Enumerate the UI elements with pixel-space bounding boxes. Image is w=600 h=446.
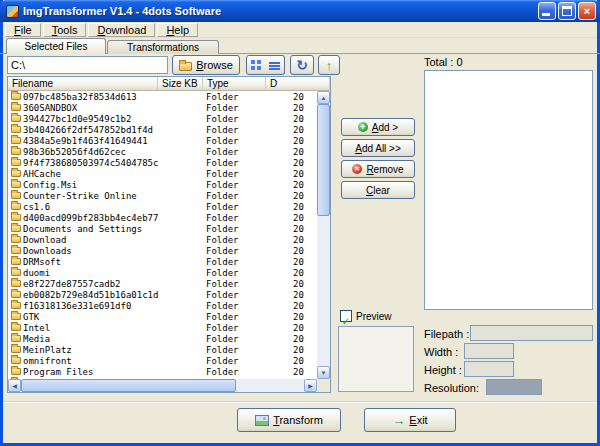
file-row[interactable]: eb0082b729e84d51b16a01c1dFolder20	[8, 289, 317, 300]
vertical-scrollbar[interactable]: ▲ ▼	[317, 91, 330, 379]
file-row[interactable]: Program FilesFolder20	[8, 366, 317, 377]
file-row[interactable]: 3b404266f2df547852bd1f4dFolder20	[8, 124, 317, 135]
file-row[interactable]: GTKFolder20	[8, 311, 317, 322]
file-row[interactable]: Config.MsiFolder20	[8, 179, 317, 190]
file-row[interactable]: Documents and SettingsFolder20	[8, 223, 317, 234]
folder-icon	[11, 302, 21, 309]
file-date: 20	[266, 191, 317, 201]
remove-button[interactable]: × Remove	[341, 160, 415, 178]
folder-icon	[11, 203, 21, 210]
column-date[interactable]: D	[266, 77, 330, 91]
file-type: Folder	[203, 202, 266, 212]
file-name: Config.Msi	[23, 180, 158, 190]
file-type: Folder	[203, 246, 266, 256]
browse-button[interactable]: Browse	[172, 55, 240, 75]
selected-files-listbox[interactable]	[424, 70, 593, 310]
column-filename[interactable]: Filename	[8, 77, 158, 91]
filepath-label: Filepath :	[424, 328, 469, 340]
scroll-right-button[interactable]: ▶	[304, 379, 317, 392]
file-type: Folder	[203, 323, 266, 333]
folder-icon	[11, 335, 21, 342]
refresh-button[interactable]: ↻	[290, 55, 314, 75]
file-date: 20	[266, 279, 317, 289]
file-name: 98b36b52056f4d62cec	[23, 147, 158, 157]
file-date: 20	[266, 323, 317, 333]
file-date: 20	[266, 202, 317, 212]
file-row[interactable]: f16318136e331e691df0Folder20	[8, 300, 317, 311]
folder-icon	[11, 236, 21, 243]
file-type: Folder	[203, 367, 266, 377]
tab-transformations[interactable]: Transformations	[107, 40, 219, 54]
column-size[interactable]: Size KB	[158, 77, 203, 91]
vertical-scrollbar-thumb[interactable]	[317, 104, 330, 216]
scroll-left-icon: ◀	[12, 382, 17, 389]
column-type[interactable]: Type	[203, 77, 266, 91]
preview-checkbox[interactable]: ✓	[340, 310, 352, 322]
file-date: 20	[266, 268, 317, 278]
file-row[interactable]: 4384a5e9b1f463f41649441Folder20	[8, 135, 317, 146]
file-date: 20	[266, 213, 317, 223]
file-type: Folder	[203, 180, 266, 190]
menu-help[interactable]: Help	[157, 23, 198, 37]
icon-cell	[8, 267, 23, 278]
path-input[interactable]	[7, 56, 168, 74]
horizontal-scrollbar[interactable]: ◀ ▶	[8, 379, 317, 392]
file-row[interactable]: DownloadsFolder20	[8, 245, 317, 256]
file-row[interactable]: 360SANDBOXFolder20	[8, 102, 317, 113]
menu-file[interactable]: File	[5, 23, 41, 37]
folder-icon	[11, 115, 21, 122]
file-name: GTK	[23, 312, 158, 322]
file-row[interactable]: Counter-Strike OnlineFolder20	[8, 190, 317, 201]
file-row[interactable]: AHCacheFolder20	[8, 168, 317, 179]
add-button[interactable]: + Add >	[341, 118, 415, 136]
thumbnail-view-button[interactable]	[246, 55, 266, 75]
file-name: omnifront	[23, 356, 158, 366]
file-row[interactable]: IntelFolder20	[8, 322, 317, 333]
file-row[interactable]: omnifrontFolder20	[8, 355, 317, 366]
file-type: Folder	[203, 268, 266, 278]
icon-cell	[8, 135, 23, 146]
scrollbar-track[interactable]	[236, 379, 304, 392]
file-row[interactable]: cs1.6Folder20	[8, 201, 317, 212]
tab-selected-files[interactable]: Selected Files	[6, 38, 106, 54]
file-date: 20	[266, 246, 317, 256]
minimize-icon	[542, 13, 550, 16]
close-button[interactable]: ×	[578, 2, 596, 20]
scroll-up-button[interactable]: ▲	[317, 91, 330, 104]
up-directory-button[interactable]: ↑	[318, 55, 340, 75]
file-row[interactable]: MeinPlatzFolder20	[8, 344, 317, 355]
file-row[interactable]: 98b36b52056f4d62cecFolder20	[8, 146, 317, 157]
icon-cell	[8, 366, 23, 377]
file-row[interactable]: d400acd099bf283bb4ec4eb77662Folder20	[8, 212, 317, 223]
file-row[interactable]: duomiFolder20	[8, 267, 317, 278]
clear-button[interactable]: Clear	[341, 181, 415, 199]
file-row[interactable]: DRMsoftFolder20	[8, 256, 317, 267]
minimize-button[interactable]	[538, 2, 556, 20]
file-row[interactable]: e8f227de87557cadb2Folder20	[8, 278, 317, 289]
scroll-left-button[interactable]: ◀	[8, 379, 21, 392]
file-row[interactable]: 9f4f738680503974c5404785cd1d694f2bFolder…	[8, 157, 317, 168]
file-row[interactable]: MediaFolder20	[8, 333, 317, 344]
exit-button[interactable]: → Exit	[364, 408, 456, 432]
scrollbar-track[interactable]	[317, 216, 330, 366]
file-name: AHCache	[23, 169, 158, 179]
menu-download[interactable]: Download	[88, 23, 155, 37]
horizontal-scrollbar-thumb[interactable]	[21, 379, 236, 392]
menu-tools[interactable]: Tools	[43, 23, 87, 37]
file-row[interactable]: 097bc485ba32f8534d613Folder20	[8, 91, 317, 102]
file-date: 20	[266, 290, 317, 300]
transform-button[interactable]: Transform	[237, 408, 341, 432]
list-view-button[interactable]	[265, 55, 285, 75]
icon-cell	[8, 201, 23, 212]
file-row[interactable]: DownloadFolder20	[8, 234, 317, 245]
app-window: ImgTransformer V1.4 - 4dots Software × F…	[0, 0, 600, 446]
file-type: Folder	[203, 136, 266, 146]
file-type: Folder	[203, 213, 266, 223]
folder-icon	[11, 192, 21, 199]
file-type: Folder	[203, 169, 266, 179]
scroll-down-button[interactable]: ▼	[317, 366, 330, 379]
add-all-button[interactable]: Add All >>	[341, 139, 415, 157]
maximize-button[interactable]	[558, 2, 576, 20]
preview-box	[338, 326, 414, 392]
file-row[interactable]: 394427bc1d0e9549c1b2Folder20	[8, 113, 317, 124]
